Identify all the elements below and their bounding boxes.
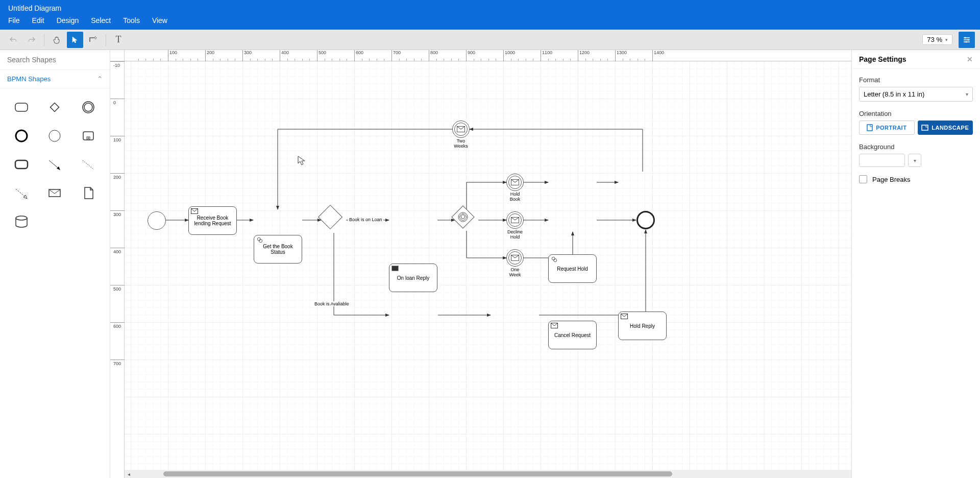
svg-point-6 (84, 103, 92, 111)
message-icon (621, 314, 628, 320)
task-cancel-request[interactable]: Cancel Request (548, 321, 597, 349)
separator (106, 34, 106, 46)
svg-rect-49 (867, 125, 872, 131)
panel-title-text: Page Settings (859, 55, 906, 63)
shape-start-event[interactable] (9, 127, 34, 145)
end-event[interactable] (636, 211, 655, 229)
ruler-vertical: -100100200300400500600700 (110, 61, 125, 478)
svg-point-33 (257, 237, 260, 241)
menu-edit[interactable]: Edit (32, 16, 44, 25)
palette-grid (0, 88, 110, 241)
shape-event-thin[interactable] (43, 127, 67, 145)
text-tool[interactable]: T (110, 32, 127, 48)
svg-marker-38 (461, 214, 465, 219)
message-icon (511, 255, 519, 261)
orientation-label: Orientation (859, 110, 973, 117)
service-icon (551, 256, 558, 262)
zoom-dropdown[interactable]: 73 %▾ (922, 34, 952, 45)
background-label: Background (859, 143, 973, 151)
task-hold-reply[interactable]: Hold Reply (618, 312, 667, 340)
svg-point-0 (965, 37, 966, 38)
menu-design[interactable]: Design (57, 16, 79, 25)
shape-association[interactable] (76, 156, 101, 173)
shape-data-object[interactable] (76, 184, 101, 202)
message-icon (551, 323, 558, 329)
menu-tools[interactable]: Tools (123, 16, 140, 25)
menu-bar: File Edit Design Select Tools View (8, 16, 972, 30)
event-one-week[interactable]: One Week (506, 249, 524, 267)
message-icon (511, 179, 519, 185)
exclusive-gateway[interactable] (322, 208, 339, 226)
event-decline-hold[interactable]: Decline Hold (506, 211, 524, 229)
format-select[interactable]: Letter (8.5 in x 11 in) ▾ (859, 87, 973, 102)
page-breaks-checkbox[interactable] (859, 175, 867, 183)
orientation-landscape[interactable]: LANDSCAPE (918, 121, 973, 135)
background-color-dropdown[interactable]: ▾ (908, 154, 921, 167)
shape-task[interactable] (9, 99, 34, 116)
task-label: Get the Book Status (258, 244, 298, 255)
svg-rect-4 (51, 103, 59, 112)
svg-point-7 (16, 130, 27, 141)
palette-title: BPMN Shapes (7, 75, 51, 83)
task-label: Hold Reply (630, 323, 655, 329)
horizontal-scrollbar[interactable]: ◂ (125, 470, 851, 478)
task-get-status[interactable]: Get the Book Status (254, 235, 302, 264)
background-color-swatch[interactable] (859, 154, 905, 167)
document-title: Untitled Diagram (8, 4, 972, 16)
chevron-down-icon: ▾ (945, 37, 948, 42)
svg-point-1 (968, 39, 969, 40)
task-label: Cancel Request (554, 332, 591, 338)
chevron-down-icon: ▾ (966, 91, 968, 97)
connectors (125, 61, 686, 419)
pan-tool[interactable] (48, 32, 65, 48)
close-icon[interactable]: ✕ (967, 55, 973, 63)
message-icon (511, 217, 519, 223)
connector-tool[interactable] (85, 32, 102, 48)
menu-file[interactable]: File (8, 16, 20, 25)
svg-rect-13 (15, 160, 28, 169)
svg-line-16 (83, 160, 94, 170)
event-gateway[interactable] (455, 209, 471, 225)
scroll-thumb[interactable] (163, 471, 672, 476)
svg-point-43 (552, 257, 555, 260)
shape-group[interactable] (9, 156, 34, 173)
svg-point-8 (49, 130, 60, 141)
shape-message-flow[interactable] (9, 184, 34, 202)
palette-header-bpmn[interactable]: BPMN Shapes ⌃ (0, 70, 110, 88)
undo-button[interactable] (5, 32, 21, 48)
service-icon (256, 237, 263, 243)
task-request-hold[interactable]: Request Hold (548, 254, 597, 283)
canvas[interactable]: Receive Book lending Request Get the Boo… (125, 61, 851, 470)
task-on-loan-reply[interactable]: On loan Reply (389, 264, 437, 292)
task-receive-request[interactable]: Receive Book lending Request (188, 206, 237, 235)
shape-gateway[interactable] (43, 99, 67, 116)
zoom-value: 73 % (927, 36, 942, 43)
scroll-left-icon[interactable]: ◂ (125, 470, 133, 478)
settings-toggle-button[interactable] (959, 32, 975, 48)
shape-expanded-subprocess[interactable] (76, 127, 101, 145)
event-hold-book[interactable]: Hold Book (506, 174, 524, 191)
event-two-weeks[interactable]: Two Weeks (452, 121, 470, 138)
select-tool[interactable] (67, 32, 83, 48)
svg-point-19 (16, 216, 27, 220)
search-shapes (0, 50, 110, 70)
menu-select[interactable]: Select (91, 16, 111, 25)
edge-label-available: Book is Avaliable (313, 301, 350, 306)
menu-view[interactable]: View (152, 16, 167, 25)
shape-data-store[interactable] (9, 213, 34, 230)
task-label: Request Hold (557, 266, 588, 272)
ruler-horizontal: 1002003004005006007008009001000110012001… (125, 50, 851, 61)
shape-sequence-flow[interactable] (43, 156, 67, 173)
shape-intermediate-event[interactable] (76, 99, 101, 116)
svg-rect-3 (15, 103, 28, 111)
shape-message[interactable] (43, 184, 67, 202)
page-breaks-label: Page Breaks (872, 176, 910, 183)
message-icon (191, 208, 198, 214)
orientation-portrait[interactable]: PORTRAIT (859, 121, 915, 135)
chevron-down-icon: ▾ (914, 158, 916, 163)
redo-button[interactable] (23, 32, 40, 48)
send-icon (391, 266, 399, 272)
task-label: Receive Book lending Request (193, 215, 232, 226)
search-shapes-input[interactable] (7, 56, 103, 64)
start-event[interactable] (148, 211, 166, 230)
